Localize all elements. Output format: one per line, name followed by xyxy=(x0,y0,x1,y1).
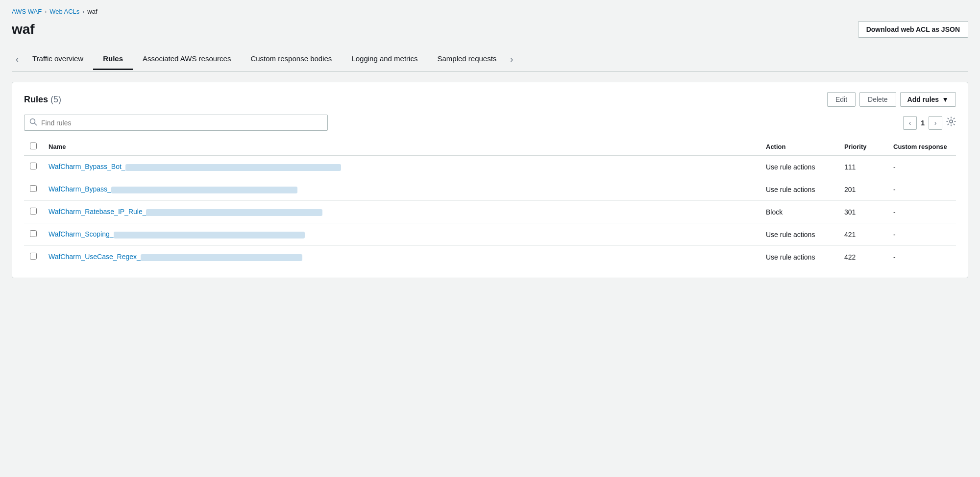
rule-action: Use rule actions xyxy=(760,246,838,268)
table-settings-button[interactable] xyxy=(946,117,956,129)
search-input[interactable] xyxy=(41,119,322,127)
select-all-checkbox[interactable] xyxy=(30,143,37,149)
table-row: WafCharm_UseCase_Regex_Use rule actions4… xyxy=(24,246,956,268)
blurred-name-segment xyxy=(146,209,322,216)
delete-button[interactable]: Delete xyxy=(859,92,896,107)
tab-traffic-overview[interactable]: Traffic overview xyxy=(23,48,93,70)
row-checkbox-4[interactable] xyxy=(30,253,37,260)
page-wrapper: AWS WAF › Web ACLs › waf waf Download we… xyxy=(0,0,980,286)
tab-sampled-requests[interactable]: Sampled requests xyxy=(427,48,506,70)
tab-rules[interactable]: Rules xyxy=(93,48,133,70)
table-header-name: Name xyxy=(43,139,760,155)
rules-header: Rules (5) Edit Delete Add rules ▼ xyxy=(24,92,956,107)
table-row: WafCharm_Ratebase_IP_Rule_Block301- xyxy=(24,201,956,223)
download-json-button[interactable]: Download web ACL as JSON xyxy=(858,21,968,38)
breadcrumb: AWS WAF › Web ACLs › waf xyxy=(12,8,968,15)
rules-title: Rules (5) xyxy=(24,95,61,104)
rule-link-1[interactable]: WafCharm_Bypass_ xyxy=(49,185,297,193)
search-row: ‹ 1 › xyxy=(24,115,956,131)
rule-custom-response: - xyxy=(887,178,956,201)
rule-link-0[interactable]: WafCharm_Bypass_Bot_ xyxy=(49,163,341,170)
row-checkbox-2[interactable] xyxy=(30,208,37,215)
table-header-action: Action xyxy=(760,139,838,155)
rule-link-2[interactable]: WafCharm_Ratebase_IP_Rule_ xyxy=(49,208,322,215)
row-checkbox-0[interactable] xyxy=(30,163,37,169)
tab-next-button[interactable]: › xyxy=(506,48,517,71)
svg-point-2 xyxy=(950,120,953,123)
tab-prev-button[interactable]: ‹ xyxy=(12,48,23,71)
rule-action: Use rule actions xyxy=(760,223,838,246)
rule-priority: 421 xyxy=(838,223,887,246)
rules-table: Name Action Priority Custom response Waf… xyxy=(24,139,956,268)
rule-custom-response: - xyxy=(887,155,956,178)
table-header-priority: Priority xyxy=(838,139,887,155)
svg-line-1 xyxy=(35,123,37,125)
rule-priority: 201 xyxy=(838,178,887,201)
add-rules-button[interactable]: Add rules ▼ xyxy=(900,92,956,107)
add-rules-label: Add rules xyxy=(907,95,939,103)
breadcrumb-current: waf xyxy=(87,8,97,15)
table-row: WafCharm_Bypass_Use rule actions201- xyxy=(24,178,956,201)
rule-action: Block xyxy=(760,201,838,223)
table-row: WafCharm_Scoping_Use rule actions421- xyxy=(24,223,956,246)
row-checkbox-3[interactable] xyxy=(30,230,37,237)
table-row: WafCharm_Bypass_Bot_Use rule actions111- xyxy=(24,155,956,178)
rule-priority: 422 xyxy=(838,246,887,268)
rule-action: Use rule actions xyxy=(760,178,838,201)
page-title: waf xyxy=(12,22,35,37)
tab-logging-and-metrics[interactable]: Logging and metrics xyxy=(342,48,427,70)
tab-custom-response-bodies[interactable]: Custom response bodies xyxy=(241,48,342,70)
rules-title-group: Rules (5) xyxy=(24,95,61,105)
breadcrumb-sep-2: › xyxy=(82,8,84,15)
next-page-button[interactable]: › xyxy=(929,116,942,130)
tabs-bar: ‹ Traffic overview Rules Associated AWS … xyxy=(12,48,968,72)
blurred-name-segment xyxy=(114,232,305,238)
rules-count: (5) xyxy=(50,95,61,104)
rule-priority: 111 xyxy=(838,155,887,178)
table-header-checkbox-col xyxy=(24,139,43,155)
tab-associated-aws-resources[interactable]: Associated AWS resources xyxy=(133,48,241,70)
rule-link-3[interactable]: WafCharm_Scoping_ xyxy=(49,230,305,238)
dropdown-arrow-icon: ▼ xyxy=(942,95,949,103)
edit-button[interactable]: Edit xyxy=(827,92,856,107)
search-icon xyxy=(29,118,37,127)
rule-priority: 301 xyxy=(838,201,887,223)
rules-title-text: Rules xyxy=(24,95,48,104)
rule-custom-response: - xyxy=(887,246,956,268)
prev-page-button[interactable]: ‹ xyxy=(903,116,917,130)
rule-action: Use rule actions xyxy=(760,155,838,178)
actions-group: Edit Delete Add rules ▼ xyxy=(827,92,956,107)
breadcrumb-web-acls[interactable]: Web ACLs xyxy=(49,8,79,15)
row-checkbox-1[interactable] xyxy=(30,185,37,192)
blurred-name-segment xyxy=(111,187,297,193)
blurred-name-segment xyxy=(125,164,341,171)
rule-link-4[interactable]: WafCharm_UseCase_Regex_ xyxy=(49,253,302,261)
blurred-name-segment xyxy=(141,254,302,261)
rules-panel: Rules (5) Edit Delete Add rules ▼ xyxy=(12,82,968,278)
breadcrumb-aws-waf[interactable]: AWS WAF xyxy=(12,8,42,15)
page-number: 1 xyxy=(921,119,925,127)
search-wrapper xyxy=(24,115,328,131)
rule-custom-response: - xyxy=(887,201,956,223)
pagination-group: ‹ 1 › xyxy=(903,116,956,130)
table-header-custom-response: Custom response xyxy=(887,139,956,155)
breadcrumb-sep-1: › xyxy=(45,8,47,15)
page-header: waf Download web ACL as JSON xyxy=(12,21,968,38)
rule-custom-response: - xyxy=(887,223,956,246)
